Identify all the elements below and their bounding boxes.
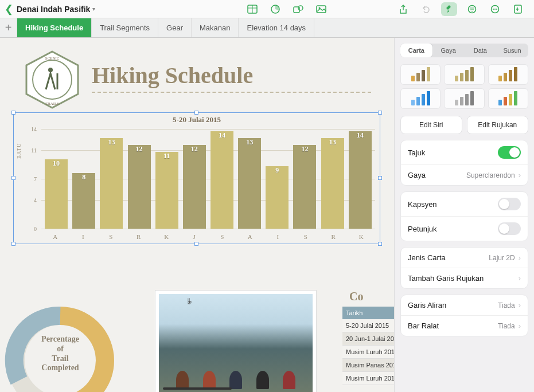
selection-handle[interactable] (378, 111, 382, 115)
title-chevron-icon[interactable]: ▾ (92, 6, 95, 12)
table-row[interactable]: 5-20 Julai 2015 (342, 319, 394, 332)
tab-gear[interactable]: Gear (158, 18, 192, 37)
x-tick: K (350, 233, 373, 240)
sidebar-row[interactable]: Tajuk (401, 140, 528, 165)
sidebar-row[interactable]: Kapsyen (401, 192, 528, 217)
bar: 9 (266, 166, 289, 229)
sidebar-row[interactable]: Garis AliranTiada› (401, 295, 528, 316)
right-tool-group (392, 2, 529, 16)
edit-series-button[interactable]: Edit Siri (400, 116, 462, 134)
chart-style-thumbnail[interactable] (488, 88, 528, 109)
more-icon[interactable] (487, 2, 503, 16)
sidebar-row[interactable]: Jenis CartaLajur 2D› (401, 248, 528, 268)
x-tick: I (72, 233, 95, 240)
bar: 10 (45, 159, 68, 229)
table-row[interactable]: Musim Panas 201 (342, 359, 394, 372)
y-tick: 14 (31, 126, 37, 132)
donut-chart[interactable]: Percentage of Trail Completed (0, 295, 120, 392)
y-tick: 7 (34, 176, 37, 182)
undo-icon[interactable] (418, 2, 434, 16)
insert-chart-icon[interactable] (267, 2, 283, 16)
sidebar-row[interactable]: GayaSuperclarendon› (401, 165, 528, 185)
selection-handle[interactable] (194, 242, 198, 246)
sheet-canvas[interactable]: SCENIC TRAILS Hiking Schedule 5-20 Julai… (0, 38, 394, 392)
table-row[interactable]: Musim Luruh 201 (342, 346, 394, 359)
svg-point-20 (48, 68, 53, 72)
y-axis-label: BATU (16, 143, 22, 159)
chart-style-thumbnail[interactable] (444, 88, 484, 109)
y-axis-ticks: 0471114 (25, 129, 39, 229)
segment-susun[interactable]: Susun (496, 44, 528, 57)
chart-style-grid (395, 62, 534, 115)
table-row[interactable]: Musim Luruh 201 (342, 372, 394, 385)
summary-table[interactable]: Co Tarikh 5-20 Julai 201520 Jun-1 Julai … (342, 290, 394, 392)
format-brush-icon[interactable] (441, 2, 457, 16)
insert-table-icon[interactable] (244, 2, 260, 16)
table-title: Co (342, 290, 394, 303)
share-icon[interactable] (395, 2, 411, 16)
bar: 13 (321, 138, 344, 229)
sidebar-row[interactable]: Petunjuk (401, 217, 528, 241)
filter-icon[interactable] (464, 2, 480, 16)
x-tick: A (239, 233, 262, 240)
selection-handle[interactable] (11, 242, 15, 246)
bar: 8 (72, 173, 95, 229)
row-value: Tiada (498, 322, 515, 330)
tab-hiking-schedule[interactable]: Hiking Schedule (17, 18, 92, 37)
chart-style-thumbnail[interactable] (400, 64, 441, 85)
tab-elevation[interactable]: Elevation 14 days (239, 18, 314, 37)
x-tick: R (127, 233, 150, 240)
insert-text-icon[interactable] (510, 2, 526, 16)
photo-placeholder[interactable]: 𝄫 (155, 290, 317, 392)
sheet-tabs: + Hiking Schedule Trail Segments Gear Ma… (0, 18, 534, 38)
toggle-switch[interactable] (498, 222, 521, 235)
segment-gaya[interactable]: Gaya (432, 44, 465, 57)
table-row[interactable]: 20 Jun-1 Julai 20 (342, 332, 394, 346)
chevron-right-icon: › (519, 253, 521, 262)
table-header: Tarikh (342, 307, 394, 319)
svg-text:SCENIC: SCENIC (45, 56, 60, 61)
bird-icon: 𝄫 (188, 297, 192, 305)
chart-style-thumbnail[interactable] (400, 88, 441, 109)
row-value: Lajur 2D (489, 254, 514, 262)
tab-makanan[interactable]: Makanan (192, 18, 239, 37)
x-tick: J (183, 233, 206, 240)
selection-handle[interactable] (378, 176, 382, 180)
selection-handle[interactable] (11, 111, 15, 115)
row-label: Kapsyen (408, 200, 498, 209)
row-value: Superclarendon (466, 171, 515, 179)
sidebar-list: TajukGayaSuperclarendon› (400, 140, 528, 186)
home-indicator (163, 387, 232, 390)
document-title[interactable]: Denai Indah Pasifik (17, 5, 90, 14)
chart-style-thumbnail[interactable] (488, 64, 528, 85)
chevron-right-icon: › (519, 171, 521, 179)
sidebar-row[interactable]: Bar RalatTiada› (401, 316, 528, 336)
chart-title: 5-20 Julai 2015 (14, 113, 380, 124)
back-chevron-icon[interactable]: ❮ (5, 3, 13, 15)
x-tick: S (211, 233, 233, 240)
add-sheet-button[interactable]: + (0, 18, 17, 37)
edit-references-button[interactable]: Edit Rujukan (467, 116, 529, 134)
bar-chart-selected[interactable]: 5-20 Julai 2015 BATU 0471114 10813121112… (13, 112, 380, 244)
insert-shape-icon[interactable] (290, 2, 306, 16)
selection-handle[interactable] (378, 242, 382, 246)
y-tick: 4 (34, 197, 37, 203)
selection-handle[interactable] (11, 176, 15, 180)
chart-style-thumbnail[interactable] (444, 64, 484, 85)
x-tick: S (99, 233, 122, 240)
row-label: Tajuk (408, 148, 498, 157)
sidebar-list: Jenis CartaLajur 2D›Tambah Garis Rujukan… (400, 247, 528, 289)
sidebar-row[interactable]: Tambah Garis Rujukan› (401, 268, 528, 288)
bar: 12 (183, 145, 206, 229)
row-label: Tambah Garis Rujukan (408, 274, 519, 283)
segment-data[interactable]: Data (465, 44, 497, 57)
selection-handle[interactable] (194, 111, 198, 115)
segment-carta[interactable]: Carta (400, 44, 432, 57)
toggle-switch[interactable] (498, 198, 521, 210)
insert-media-icon[interactable] (313, 2, 329, 16)
row-label: Gaya (408, 171, 466, 179)
row-label: Garis Aliran (408, 301, 498, 309)
toggle-switch[interactable] (498, 146, 521, 159)
svg-point-5 (298, 6, 303, 10)
tab-trail-segments[interactable]: Trail Segments (92, 18, 158, 37)
